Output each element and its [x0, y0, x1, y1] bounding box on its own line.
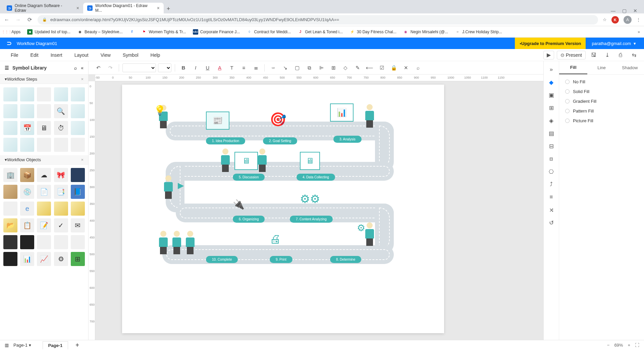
text-color-icon[interactable]: A [215, 63, 225, 73]
align-left-icon[interactable]: ≡ [239, 63, 249, 73]
symbol-item[interactable]: 💿 [20, 185, 34, 199]
sidebar-section-header[interactable]: ▾ Workflow Steps × [0, 75, 88, 84]
page-select[interactable]: Page-1 ▾ [13, 343, 31, 348]
fill-tool-icon[interactable]: ◆ [546, 77, 557, 88]
text-align-icon[interactable]: T [227, 63, 237, 73]
symbol-item[interactable]: 🖥 [37, 121, 51, 135]
symbol-item[interactable] [37, 87, 51, 101]
tree-icon[interactable]: ⎔ [546, 166, 557, 177]
bookmark-item[interactable]: ○J.Crew Holiday Strip... [455, 29, 502, 35]
symbol-item[interactable] [71, 104, 85, 118]
symbol-item[interactable]: ⚙ [54, 252, 68, 266]
bookmark-item[interactable]: ■Updated list of top... [27, 29, 70, 35]
symbol-item[interactable] [71, 87, 85, 101]
menu-file[interactable]: File [5, 52, 24, 58]
symbol-item[interactable] [3, 104, 17, 118]
menu-view[interactable]: View [95, 52, 117, 58]
expand-panel-icon[interactable]: » [546, 64, 557, 75]
page-tab[interactable]: Page-1 [43, 341, 68, 349]
symbol-item[interactable]: ⊞ [71, 252, 85, 266]
connector-icon[interactable]: ↘ [280, 63, 290, 73]
symbol-item[interactable] [3, 235, 17, 249]
shuffle-icon[interactable]: ⤨ [546, 204, 557, 216]
symbol-item[interactable] [3, 87, 17, 101]
print-icon[interactable]: ⎙ [615, 52, 626, 58]
symbol-item[interactable]: 🎀 [54, 168, 68, 182]
symbol-item[interactable]: 📦 [20, 168, 34, 182]
symbol-item[interactable]: 📑 [54, 185, 68, 199]
symbol-item[interactable] [20, 235, 34, 249]
symbol-item[interactable] [71, 138, 85, 152]
layers-icon[interactable]: ◈ [546, 115, 557, 126]
symbol-item[interactable]: 📘 [71, 185, 85, 199]
profile-avatar[interactable]: A [624, 16, 632, 24]
symbol-item[interactable]: ☁ [37, 168, 51, 182]
symbol-item[interactable] [71, 235, 85, 249]
reload-icon[interactable]: ⟳ [26, 16, 33, 23]
symbol-item[interactable] [20, 87, 34, 101]
symbol-item[interactable] [71, 202, 85, 216]
menu-kebab-icon[interactable]: ⋮ [636, 17, 641, 22]
download-icon[interactable]: ⤓ [602, 52, 612, 58]
fill-option-solid[interactable]: Solid Fill [565, 89, 638, 94]
new-tab-button[interactable]: + [164, 4, 173, 13]
tab-line[interactable]: Line [587, 61, 615, 74]
forward-icon[interactable]: → [15, 17, 21, 23]
tab-close-icon[interactable]: × [157, 5, 160, 11]
symbol-item[interactable] [3, 202, 17, 216]
bookmark-item[interactable]: ⚡30 Day Fitness Chal... [350, 29, 396, 35]
checkbox-icon[interactable]: ☑ [377, 63, 387, 73]
search-icon[interactable]: ⌕ [413, 63, 423, 73]
collapse-icon[interactable]: « [81, 65, 84, 71]
fill-option-picture[interactable]: Picture Fill [565, 118, 638, 123]
redo-icon[interactable]: ↷ [105, 63, 115, 73]
fit-screen-icon[interactable]: ⛶ [635, 343, 639, 348]
symbol-item[interactable] [37, 138, 51, 152]
search-icon[interactable]: ⌕ [74, 65, 77, 71]
extension-avatar[interactable]: K [611, 16, 619, 24]
menu-layout[interactable]: Layout [68, 52, 95, 58]
group-icon[interactable]: ⧉ [304, 63, 314, 73]
browser-tab-active[interactable]: ⊃ Workflow Diagram01 - Edraw M... × [83, 3, 164, 13]
bookmark-item[interactable]: JGet Lean & Toned i... [298, 29, 343, 35]
symbol-item[interactable] [54, 202, 68, 216]
symbol-item[interactable] [20, 104, 34, 118]
menu-help[interactable]: Help [145, 52, 166, 58]
symbol-item[interactable]: ✉ [71, 218, 85, 232]
bold-icon[interactable]: B [178, 63, 189, 73]
back-icon[interactable]: ← [3, 17, 10, 23]
bookmark-item[interactable]: f [129, 29, 135, 35]
tab-shadow[interactable]: Shadow [616, 61, 644, 74]
fill-icon[interactable]: ◇ [340, 63, 351, 73]
distribute-icon[interactable]: ⊞ [328, 63, 338, 73]
bookmark-item[interactable]: ⋮⋮⋮Apps [4, 29, 20, 35]
symbol-item[interactable]: ✓ [54, 218, 68, 232]
symbol-item[interactable] [3, 252, 17, 266]
symbol-item[interactable] [3, 121, 17, 135]
tab-close-icon[interactable]: × [76, 5, 79, 11]
bookmark-item[interactable]: MblCorporate Finance J... [193, 29, 240, 35]
add-page-button[interactable]: + [70, 340, 85, 350]
grid-tool-icon[interactable]: ⊞ [546, 102, 557, 114]
present-button[interactable]: ⊙Present [557, 51, 586, 59]
sidebar-section-header[interactable]: ▾ Workflow Objects × [0, 155, 88, 165]
symbol-item[interactable]: 📋 [20, 218, 34, 232]
symbol-item[interactable]: 📊 [20, 252, 34, 266]
close-window-icon[interactable]: ✕ [633, 8, 637, 13]
tools-icon[interactable]: ✕ [401, 63, 411, 73]
line-style-icon[interactable]: ⟵ [365, 63, 375, 73]
slideshow-icon[interactable]: ▶ [543, 51, 554, 59]
page-icon[interactable]: ▤ [546, 128, 557, 139]
fill-option-gradient[interactable]: Gradient Fill [565, 99, 638, 104]
line-spacing-icon[interactable]: ≣ [251, 63, 261, 73]
zoom-in-icon[interactable]: + [628, 343, 630, 348]
symbol-item[interactable]: 📄 [37, 185, 51, 199]
undo-icon[interactable]: ↶ [93, 63, 103, 73]
symbol-item[interactable] [37, 202, 51, 216]
share-icon[interactable]: ⇆ [629, 52, 639, 58]
star-icon[interactable]: ☆ [603, 17, 607, 22]
maximize-icon[interactable]: ▢ [622, 8, 627, 13]
user-menu[interactable]: paratha@gmail.com ▾ [586, 41, 644, 46]
pen-icon[interactable]: ✎ [353, 63, 363, 73]
image-icon[interactable]: ⧈ [546, 153, 557, 165]
